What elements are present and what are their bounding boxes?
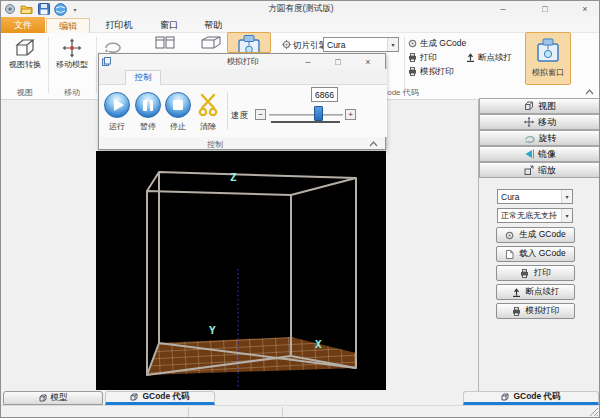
pause-icon	[150, 100, 154, 111]
status-divider	[282, 407, 283, 418]
mirror-icon	[524, 149, 534, 159]
slicing-engine-label: 切片引擎	[293, 40, 327, 52]
tab-help[interactable]: 帮助	[191, 17, 235, 33]
tab-gcode-left[interactable]: GCode 代码	[105, 391, 215, 405]
pause-label: 暂停	[131, 121, 165, 132]
chevron-down-icon[interactable]: ▾	[561, 190, 572, 203]
speed-progress-line	[271, 121, 340, 123]
view-transform-label[interactable]: 视图转换	[1, 59, 49, 70]
sidebar-engine-value: Cura	[501, 192, 519, 202]
axis-z-label: Z	[230, 171, 237, 184]
rotate-model-icon[interactable]	[101, 39, 125, 54]
tab-window[interactable]: 窗口	[147, 17, 191, 33]
speed-label: 速度	[231, 110, 248, 122]
tab-gcode-right[interactable]: GCode 代码	[463, 391, 599, 405]
scissors-icon	[196, 92, 220, 118]
stop-button[interactable]	[165, 92, 191, 118]
view-group-label: 视图	[3, 87, 47, 98]
arrange-windows-icon[interactable]	[153, 35, 177, 49]
move-arrows-icon	[62, 38, 82, 58]
app-window: ▾ 方圆有度(测试版) – □ × 文件 编辑 打印机 窗口 帮助 视图转换 视…	[0, 0, 600, 418]
resume-arrow-icon	[512, 288, 521, 297]
move-model-button[interactable]	[50, 36, 94, 60]
printer-3d-icon	[526, 33, 570, 67]
sim-print-window: 模拟打印 – □ × 控制 运行 暂停 停止 清除 速度 − + 6866 控制	[98, 53, 386, 150]
cube-icon	[524, 101, 534, 111]
gear-icon	[505, 231, 514, 240]
speed-slider-track[interactable]	[269, 114, 343, 116]
speed-minus-button[interactable]: −	[255, 109, 266, 120]
sidebar-resume-print-button[interactable]: 断点续打	[496, 284, 575, 300]
close-button[interactable]: ×	[569, 1, 600, 17]
clear-label: 清除	[191, 121, 225, 132]
sidebar-item-move[interactable]: 移动	[479, 114, 600, 130]
sidebar-item-mirror[interactable]: 镜像	[479, 146, 600, 162]
sim-window-toggle-label: 模拟窗口	[526, 67, 570, 78]
printer-icon	[408, 67, 417, 76]
status-bar	[1, 405, 600, 418]
ribbon-separator	[96, 37, 97, 93]
move-model-label[interactable]: 移动模型	[50, 59, 94, 70]
sidebar-sim-print-button[interactable]: 模拟打印	[496, 303, 575, 319]
slicing-engine-combo[interactable]: Cura ▾	[323, 37, 399, 52]
viewport-3d[interactable]: Z Y X	[96, 151, 386, 390]
printer-3d-icon	[236, 34, 262, 54]
sim-close-button[interactable]: ×	[355, 55, 381, 68]
print-button[interactable]: 打印	[408, 52, 437, 63]
cube-icon	[130, 393, 138, 401]
tab-model[interactable]: 模型	[3, 391, 103, 405]
play-icon	[114, 99, 124, 111]
axis-y-label: Y	[209, 324, 216, 337]
pause-icon	[143, 100, 147, 111]
status-divider	[188, 407, 189, 418]
sidebar-load-gcode-button[interactable]: 载入 GCode	[496, 246, 575, 262]
build-plate-grid	[147, 337, 356, 375]
resize-grip[interactable]	[589, 407, 599, 418]
sidebar-item-rotate[interactable]: 旋转	[479, 130, 600, 146]
pause-button[interactable]	[135, 92, 161, 118]
ribbon-tab-bar	[1, 17, 600, 33]
sim-minimize-button[interactable]: –	[295, 55, 321, 68]
perspective-view-icon[interactable]	[199, 35, 223, 49]
ribbon-collapse-icon[interactable]	[583, 87, 595, 96]
sim-print-ribbon-button[interactable]	[227, 32, 271, 53]
sim-maximize-button[interactable]: □	[325, 55, 351, 68]
speed-slider-thumb[interactable]	[314, 106, 323, 121]
printer-icon	[408, 53, 417, 62]
sidebar-generate-gcode-button[interactable]: 生成 GCode	[496, 227, 575, 243]
run-button[interactable]	[104, 92, 130, 118]
sim-print-button[interactable]: 模拟打印	[408, 66, 454, 77]
tab-edit[interactable]: 编辑	[46, 18, 90, 33]
view-transform-button[interactable]	[3, 36, 47, 60]
chevron-down-icon[interactable]: ▾	[561, 209, 572, 222]
speed-plus-button[interactable]: +	[345, 109, 356, 120]
clear-button[interactable]	[195, 92, 221, 118]
slicing-engine-value: Cura	[327, 40, 345, 50]
maximize-button[interactable]: □	[527, 1, 563, 17]
run-label: 运行	[100, 121, 134, 132]
sidebar-engine-combo[interactable]: Cura ▾	[497, 189, 573, 204]
scale-icon	[524, 165, 534, 175]
generate-gcode-button[interactable]: 生成 GCode	[408, 38, 466, 49]
tab-printer[interactable]: 打印机	[93, 17, 145, 33]
sidebar-item-scale[interactable]: 缩放	[479, 162, 600, 178]
rotate-icon	[524, 134, 535, 143]
move-arrows-icon	[524, 117, 534, 127]
tab-file[interactable]: 文件	[1, 17, 45, 33]
cube-icon	[501, 393, 509, 401]
sidebar-item-view[interactable]: 视图	[479, 98, 600, 114]
gear-icon	[282, 40, 291, 49]
resume-arrow-icon	[466, 53, 475, 62]
axis-x-label: X	[315, 338, 322, 351]
ribbon-separator	[48, 37, 49, 93]
resume-print-button[interactable]: 断点续打	[466, 52, 512, 63]
sim-tab-control[interactable]: 控制	[125, 70, 161, 85]
minimize-button[interactable]: –	[485, 1, 521, 17]
sim-window-toggle-button[interactable]: 模拟窗口	[525, 32, 571, 85]
sidebar-mode-combo[interactable]: 正常无底无支持 ▾	[497, 208, 573, 223]
stop-icon	[173, 100, 183, 110]
sidebar-print-button[interactable]: 打印	[496, 265, 575, 281]
move-group-label: 移动	[50, 87, 94, 98]
sim-collapse-icon[interactable]	[367, 139, 379, 148]
chevron-down-icon[interactable]: ▾	[387, 38, 398, 51]
